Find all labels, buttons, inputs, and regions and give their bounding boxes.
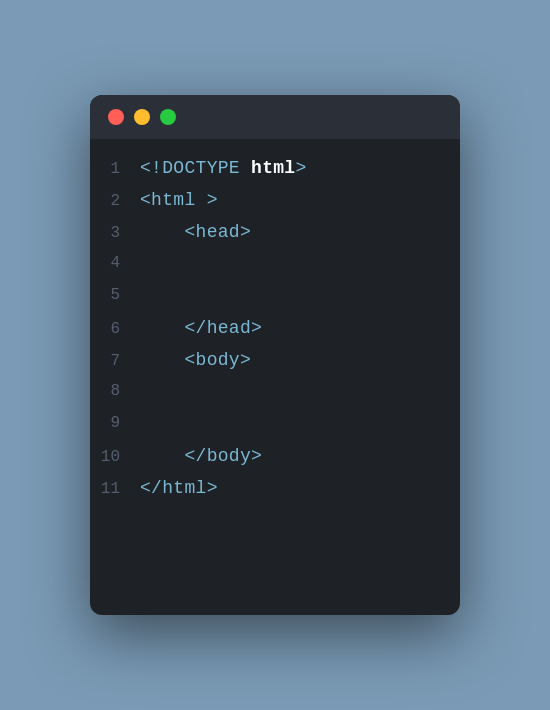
line-number: 8 [90, 382, 140, 400]
code-line: 6 </head> [90, 315, 460, 347]
code-line: 5 [90, 283, 460, 315]
code-content: </body> [140, 446, 262, 466]
close-button[interactable] [108, 109, 124, 125]
line-number: 1 [90, 160, 140, 178]
code-content: <!DOCTYPE html> [140, 158, 307, 178]
code-line: 10 </body> [90, 443, 460, 475]
bracket: </ [184, 318, 206, 338]
line-number: 6 [90, 320, 140, 338]
line-number: 3 [90, 224, 140, 242]
line-number: 2 [90, 192, 140, 210]
tag-name: body [207, 446, 251, 466]
doctype-value: html [251, 158, 295, 178]
tag-name: body [196, 350, 240, 370]
code-content: <head> [140, 222, 251, 242]
tag-name: head [207, 318, 251, 338]
titlebar [90, 95, 460, 139]
code-content: <body> [140, 350, 251, 370]
bracket: </ [184, 446, 206, 466]
line-number: 4 [90, 254, 140, 272]
code-line: 2 <html > [90, 187, 460, 219]
line-number: 9 [90, 414, 140, 432]
bracket: > [295, 158, 306, 178]
bracket: < [184, 350, 195, 370]
code-line: 1 <!DOCTYPE html> [90, 155, 460, 187]
code-line: 11 </html> [90, 475, 460, 507]
bracket: > [251, 446, 262, 466]
bracket: > [240, 222, 251, 242]
code-content: <html > [140, 190, 218, 210]
bracket: > [240, 350, 251, 370]
bracket: <! [140, 158, 162, 178]
code-line: 8 [90, 379, 460, 411]
code-area: 1 <!DOCTYPE html> 2 <html > 3 <head> 4 [90, 139, 460, 615]
line-number: 10 [90, 448, 140, 466]
bracket: < [140, 190, 151, 210]
tag-name: html [151, 190, 207, 210]
code-line: 7 <body> [90, 347, 460, 379]
bracket: < [184, 222, 195, 242]
maximize-button[interactable] [160, 109, 176, 125]
bracket: </ [140, 478, 162, 498]
bracket: > [207, 190, 218, 210]
doctype-text: DOCTYPE [162, 158, 251, 178]
tag-name: head [196, 222, 240, 242]
code-line: 3 <head> [90, 219, 460, 251]
line-number: 11 [90, 480, 140, 498]
minimize-button[interactable] [134, 109, 150, 125]
tag-name: html [162, 478, 206, 498]
code-line: 9 [90, 411, 460, 443]
code-content: </head> [140, 318, 262, 338]
code-line: 4 [90, 251, 460, 283]
line-number: 7 [90, 352, 140, 370]
bracket: > [207, 478, 218, 498]
code-content: </html> [140, 478, 218, 498]
code-editor-window: 1 <!DOCTYPE html> 2 <html > 3 <head> 4 [90, 95, 460, 615]
line-number: 5 [90, 286, 140, 304]
bracket: > [251, 318, 262, 338]
